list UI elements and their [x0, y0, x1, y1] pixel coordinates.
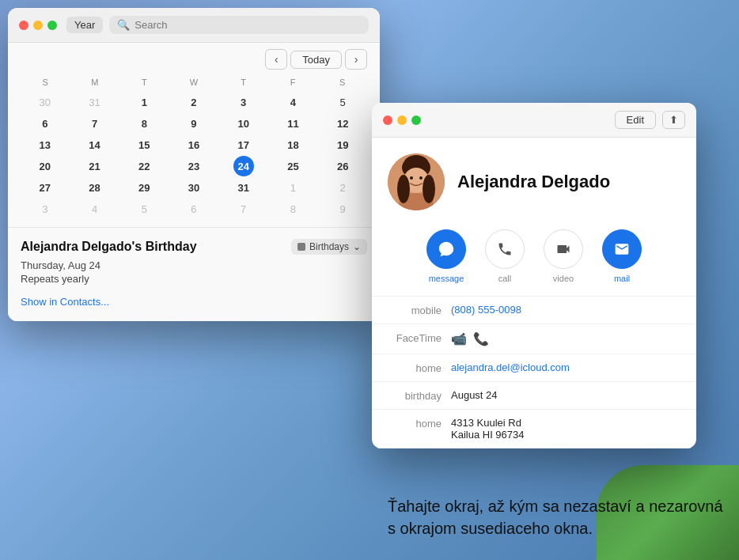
- contacts-maximize-button[interactable]: [411, 115, 421, 125]
- cal-day[interactable]: 19: [332, 134, 353, 155]
- contacts-window: Edit ⬆: [372, 103, 696, 448]
- next-month-button[interactable]: ›: [345, 49, 367, 70]
- weekday-fri: F: [268, 76, 318, 89]
- message-button[interactable]: [426, 229, 466, 269]
- video-button[interactable]: [544, 229, 583, 269]
- call-button[interactable]: [485, 229, 525, 269]
- cal-day[interactable]: 30: [184, 177, 204, 198]
- cal-day[interactable]: 7: [85, 113, 105, 134]
- cal-day[interactable]: 2: [184, 92, 204, 112]
- search-input[interactable]: [135, 19, 361, 31]
- cal-day[interactable]: 9: [184, 113, 204, 134]
- facetime-video-icon[interactable]: 📹: [451, 331, 467, 346]
- prev-month-button[interactable]: ‹: [265, 49, 287, 70]
- cal-day[interactable]: 31: [85, 92, 105, 112]
- birthday-label: birthday: [388, 390, 451, 402]
- message-label: message: [429, 274, 464, 283]
- cal-day[interactable]: 12: [332, 113, 353, 134]
- contact-actions: message call video mail: [372, 223, 696, 296]
- svg-point-4: [410, 176, 413, 180]
- contact-info: mobile (808) 555-0098 FaceTime 📹 📞 home …: [372, 296, 696, 448]
- cal-day[interactable]: 6: [35, 113, 55, 134]
- mail-button[interactable]: [602, 229, 642, 269]
- info-row-birthday: birthday August 24: [372, 382, 696, 410]
- cal-day[interactable]: 17: [233, 134, 254, 155]
- cal-day-today[interactable]: 24: [233, 156, 254, 176]
- contacts-close-button[interactable]: [383, 115, 392, 125]
- home-email-label: home: [388, 362, 451, 374]
- cal-day[interactable]: 7: [233, 199, 254, 219]
- svg-point-8: [423, 175, 435, 203]
- calendar-window: Year 🔍 ‹ Today › S M T W T F S 30: [8, 8, 380, 321]
- facetime-icons: 📹 📞: [451, 331, 680, 346]
- birthdays-badge[interactable]: Birthdays ⌄: [291, 239, 367, 255]
- facetime-audio-icon[interactable]: 📞: [473, 331, 489, 346]
- cal-day[interactable]: 5: [134, 199, 154, 219]
- close-button[interactable]: [19, 21, 28, 30]
- share-button[interactable]: ⬆: [662, 111, 685, 129]
- edit-button[interactable]: Edit: [615, 111, 656, 129]
- event-repeat: Repeats yearly: [21, 273, 367, 285]
- cal-day[interactable]: 18: [282, 134, 303, 155]
- year-button[interactable]: Year: [66, 17, 103, 33]
- contacts-minimize-button[interactable]: [397, 115, 407, 125]
- show-contacts-link[interactable]: Show in Contacts...: [21, 296, 109, 308]
- cal-day[interactable]: 28: [85, 177, 105, 198]
- cal-day[interactable]: 26: [332, 156, 353, 176]
- cal-day[interactable]: 29: [134, 177, 154, 198]
- today-button[interactable]: Today: [290, 51, 342, 69]
- cal-day[interactable]: 4: [85, 199, 105, 219]
- home-email-value[interactable]: alejandra.del@icloud.com: [451, 361, 680, 373]
- maximize-button[interactable]: [47, 21, 57, 30]
- share-icon: ⬆: [669, 114, 678, 126]
- cal-day[interactable]: 21: [85, 156, 105, 176]
- call-label: call: [498, 274, 512, 283]
- cal-day[interactable]: 3: [35, 199, 55, 219]
- cal-day[interactable]: 5: [332, 92, 353, 112]
- calendar-body: ‹ Today › S M T W T F S 30 31 1 2 3 4: [8, 43, 380, 321]
- cal-day[interactable]: 11: [282, 113, 303, 134]
- video-label: video: [553, 274, 574, 283]
- cal-day[interactable]: 8: [282, 199, 303, 219]
- cal-day[interactable]: 2: [332, 177, 353, 198]
- cal-day[interactable]: 3: [233, 92, 254, 112]
- contacts-titlebar-actions: Edit ⬆: [615, 111, 685, 129]
- contact-header: Alejandra Delgado: [372, 138, 696, 223]
- svg-point-7: [397, 175, 410, 203]
- birthday-value: August 24: [451, 389, 680, 401]
- calendar-titlebar: Year 🔍: [8, 8, 380, 43]
- cal-day[interactable]: 6: [184, 199, 204, 219]
- traffic-lights: [19, 21, 57, 30]
- minimize-button[interactable]: [33, 21, 43, 30]
- weekday-tue: T: [119, 76, 169, 89]
- cal-day[interactable]: 1: [134, 92, 154, 112]
- cal-day[interactable]: 27: [35, 177, 55, 198]
- cal-day[interactable]: 13: [35, 134, 55, 155]
- cal-day[interactable]: 31: [233, 177, 254, 198]
- weekday-mon: M: [70, 76, 120, 89]
- svg-point-5: [419, 176, 423, 180]
- contacts-traffic-lights: [383, 115, 421, 125]
- cal-day[interactable]: 1: [282, 177, 303, 198]
- cal-day[interactable]: 22: [134, 156, 154, 176]
- cal-day[interactable]: 10: [233, 113, 254, 134]
- weekday-sun: S: [21, 76, 70, 89]
- chevron-down-icon: ⌄: [353, 241, 361, 252]
- home-address-value[interactable]: 4313 Kuulei Rd Kailua HI 96734: [451, 417, 680, 441]
- facetime-label: FaceTime: [388, 332, 451, 344]
- cal-day[interactable]: 30: [35, 92, 55, 112]
- cal-day[interactable]: 14: [85, 134, 105, 155]
- home-address-label: home: [388, 418, 451, 429]
- cal-day[interactable]: 23: [184, 156, 204, 176]
- cal-day[interactable]: 20: [35, 156, 55, 176]
- calendar-nav: ‹ Today ›: [8, 43, 380, 76]
- cal-day[interactable]: 4: [282, 92, 303, 112]
- cal-day[interactable]: 15: [134, 134, 154, 155]
- contact-name: Alejandra Delgado: [457, 172, 610, 192]
- cal-day[interactable]: 16: [184, 134, 204, 155]
- cal-day[interactable]: 9: [332, 199, 353, 219]
- cal-day[interactable]: 25: [282, 156, 303, 176]
- mobile-value[interactable]: (808) 555-0098: [451, 304, 680, 316]
- cal-day[interactable]: 8: [134, 113, 154, 134]
- mobile-label: mobile: [388, 305, 451, 316]
